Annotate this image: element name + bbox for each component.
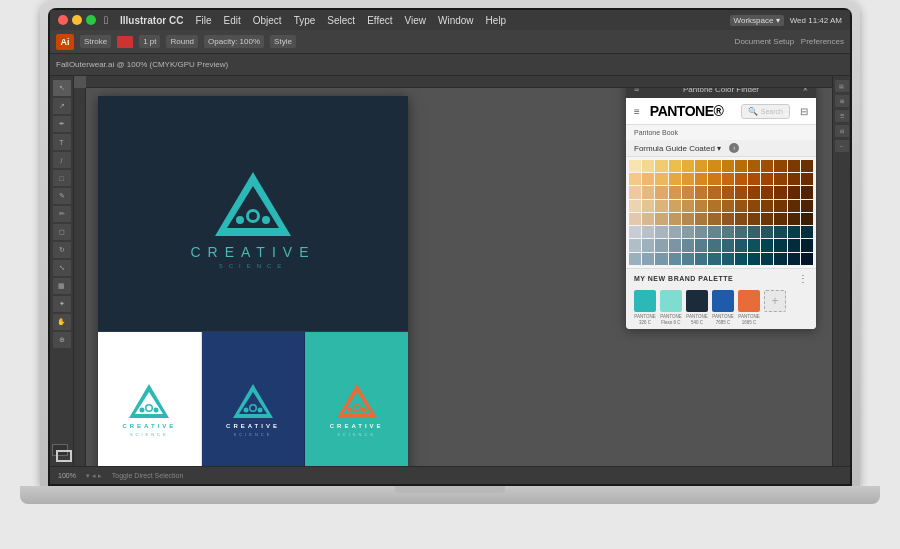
color-swatch[interactable]: [695, 173, 707, 185]
object-menu[interactable]: Object: [253, 15, 282, 26]
color-swatch[interactable]: [788, 253, 800, 265]
color-swatch[interactable]: [722, 160, 734, 172]
color-swatch[interactable]: [695, 213, 707, 225]
color-swatch[interactable]: [655, 226, 667, 238]
transform-icon[interactable]: ↔: [835, 140, 849, 152]
brand-swatch[interactable]: [634, 290, 656, 312]
color-swatch[interactable]: [655, 200, 667, 212]
line-tool[interactable]: /: [53, 152, 71, 168]
selection-tool[interactable]: ↖: [53, 80, 71, 96]
close-button[interactable]: [58, 15, 68, 25]
properties-icon[interactable]: ▤: [835, 80, 849, 92]
color-swatch[interactable]: [801, 213, 813, 225]
type-menu[interactable]: Type: [294, 15, 316, 26]
rect-tool[interactable]: □: [53, 170, 71, 186]
color-swatch[interactable]: [788, 200, 800, 212]
color-swatch[interactable]: [642, 160, 654, 172]
color-swatch[interactable]: [629, 160, 641, 172]
color-swatch[interactable]: [695, 226, 707, 238]
color-swatch[interactable]: [695, 186, 707, 198]
color-swatch[interactable]: [735, 226, 747, 238]
color-swatch[interactable]: [629, 226, 641, 238]
color-swatch[interactable]: [748, 173, 760, 185]
color-swatch[interactable]: [629, 239, 641, 251]
color-swatch[interactable]: [788, 226, 800, 238]
color-swatch[interactable]: [735, 253, 747, 265]
color-swatch[interactable]: [761, 160, 773, 172]
color-swatch[interactable]: [682, 173, 694, 185]
layers-icon[interactable]: ⊞: [835, 95, 849, 107]
color-swatch[interactable]: [655, 186, 667, 198]
color-swatch[interactable]: [629, 173, 641, 185]
effect-menu[interactable]: Effect: [367, 15, 392, 26]
book-name[interactable]: Formula Guide Coated ▾: [634, 144, 721, 153]
book-selector[interactable]: Formula Guide Coated ▾ i: [626, 140, 816, 157]
app-name-menu[interactable]: Illustrator CC: [120, 15, 183, 26]
color-swatch[interactable]: [735, 200, 747, 212]
color-swatch[interactable]: [642, 186, 654, 198]
color-swatch[interactable]: [748, 186, 760, 198]
color-swatch[interactable]: [761, 173, 773, 185]
color-swatch[interactable]: [682, 239, 694, 251]
color-swatch[interactable]: [735, 186, 747, 198]
color-swatch[interactable]: [801, 160, 813, 172]
color-swatch[interactable]: [788, 160, 800, 172]
color-swatch[interactable]: [642, 253, 654, 265]
color-swatch[interactable]: [669, 213, 681, 225]
color-swatch[interactable]: [735, 239, 747, 251]
color-swatch[interactable]: [748, 253, 760, 265]
file-menu[interactable]: File: [195, 15, 211, 26]
add-swatch-button[interactable]: +: [764, 290, 786, 312]
color-swatch[interactable]: [774, 253, 786, 265]
eyedropper-tool[interactable]: ✦: [53, 296, 71, 312]
color-swatch[interactable]: [682, 160, 694, 172]
minimize-button[interactable]: [72, 15, 82, 25]
color-swatch[interactable]: [629, 213, 641, 225]
color-swatch[interactable]: [761, 186, 773, 198]
color-swatch[interactable]: [722, 253, 734, 265]
color-swatch[interactable]: [801, 239, 813, 251]
color-swatch[interactable]: [642, 213, 654, 225]
color-swatch[interactable]: [682, 200, 694, 212]
zoom-level[interactable]: 100%: [58, 472, 76, 479]
toolbar-stroke[interactable]: Stroke: [80, 35, 111, 48]
edit-menu[interactable]: Edit: [224, 15, 241, 26]
pen-tool[interactable]: ✒: [53, 116, 71, 132]
color-swatch[interactable]: [774, 213, 786, 225]
toolbar-weight[interactable]: 1 pt: [139, 35, 160, 48]
info-icon[interactable]: i: [729, 143, 739, 153]
color-swatch[interactable]: [788, 213, 800, 225]
color-swatch[interactable]: [682, 253, 694, 265]
color-swatch[interactable]: [722, 200, 734, 212]
color-swatch[interactable]: [748, 160, 760, 172]
color-swatch[interactable]: [788, 186, 800, 198]
color-swatch[interactable]: [774, 173, 786, 185]
type-tool[interactable]: T: [53, 134, 71, 150]
color-swatch[interactable]: [774, 160, 786, 172]
color-swatch[interactable]: [682, 186, 694, 198]
help-menu[interactable]: Help: [486, 15, 507, 26]
scale-tool[interactable]: ⤡: [53, 260, 71, 276]
color-swatch[interactable]: [708, 253, 720, 265]
color-swatch[interactable]: [748, 213, 760, 225]
color-swatch[interactable]: [629, 253, 641, 265]
zoom-tool[interactable]: ⊕: [53, 332, 71, 348]
color-swatch[interactable]: [774, 200, 786, 212]
color-swatch[interactable]: [642, 239, 654, 251]
color-swatch[interactable]: [708, 239, 720, 251]
rotate-tool[interactable]: ↻: [53, 242, 71, 258]
color-swatch[interactable]: [708, 213, 720, 225]
color-swatch[interactable]: [708, 186, 720, 198]
brand-palette-menu-icon[interactable]: ⋮: [798, 273, 808, 284]
color-swatch[interactable]: [669, 160, 681, 172]
color-swatch[interactable]: [761, 200, 773, 212]
color-swatch[interactable]: [669, 239, 681, 251]
color-swatch[interactable]: [629, 186, 641, 198]
color-swatch[interactable]: [801, 186, 813, 198]
brand-swatch[interactable]: [686, 290, 708, 312]
color-swatch[interactable]: [774, 226, 786, 238]
color-swatch[interactable]: [669, 200, 681, 212]
color-swatch[interactable]: [788, 239, 800, 251]
color-swatch[interactable]: [788, 173, 800, 185]
align-icon[interactable]: ⊟: [835, 125, 849, 137]
